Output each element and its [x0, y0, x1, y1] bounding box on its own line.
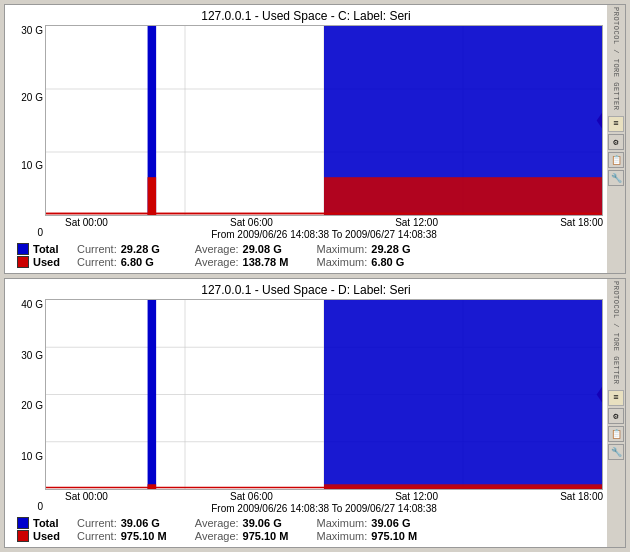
stat-current-val-total-d: 39.06 G [121, 517, 191, 529]
legend-col-d: Total Current: 39.06 G Average: 39.06 G … [17, 517, 441, 542]
toolbar-btn-c-4[interactable]: 🔧 [608, 170, 624, 186]
legend-row-d-total: Total Current: 39.06 G Average: 39.06 G … [17, 517, 441, 529]
stat-avg-val-used-c: 138.78 M [243, 256, 313, 268]
legend-box-total-d [17, 517, 29, 529]
y-zero-c: 0 [37, 227, 43, 238]
y-zero-d: 0 [37, 501, 43, 512]
toolbar-btn-c-2[interactable]: ⚙ [608, 134, 624, 150]
stat-current-val-used-c: 6.80 G [121, 256, 191, 268]
legend-box-total-c [17, 243, 29, 255]
y-mid-d: 30 G [21, 350, 43, 361]
graph-svg-c [46, 26, 602, 215]
main-container: 127.0.0.1 - Used Space - C: Label: Seri … [0, 0, 630, 552]
x-label-c-1: Sat 06:00 [230, 217, 273, 228]
stat-avg-val-total-c: 29.08 G [243, 243, 313, 255]
x-label-d-1: Sat 06:00 [230, 491, 273, 502]
x-label-c-0: Sat 00:00 [65, 217, 108, 228]
y-axis-c: 30 G 20 G 10 G 0 [9, 25, 45, 240]
chart-d-title: 127.0.0.1 - Used Space - D: Label: Seri [9, 283, 603, 297]
sidebar-toolbar-c: PROTOCOL / TORE GETTER ≡ ⚙ 📋 🔧 [607, 5, 625, 273]
legend-label-used-c: Used [33, 256, 73, 268]
svg-rect-19 [324, 300, 602, 489]
chart-d-graph-area: 40 G 30 G 20 G 10 G 0 [9, 299, 603, 514]
svg-rect-20 [148, 300, 157, 489]
chart-c-graph-area: 30 G 20 G 10 G 0 [9, 25, 603, 240]
legend-row-c-total: Total Current: 29.28 G Average: 29.08 G … [17, 243, 441, 255]
chart-area-d: 127.0.0.1 - Used Space - D: Label: Seri … [5, 279, 607, 547]
stat-avg-val-total-d: 39.06 G [243, 517, 313, 529]
legend-row-c-used: Used Current: 6.80 G Average: 138.78 M M… [17, 256, 441, 268]
graph-container-c [45, 25, 603, 216]
stat-max-label-total-d: Maximum: [317, 517, 368, 529]
y-axis-d: 40 G 30 G 20 G 10 G 0 [9, 299, 45, 514]
legend-c: Total Current: 29.28 G Average: 29.08 G … [9, 240, 603, 271]
toolbar-btn-d-1[interactable]: ≡ [608, 390, 624, 406]
chart-panel-c: 127.0.0.1 - Used Space - C: Label: Seri … [4, 4, 626, 274]
stat-avg-label-total-c: Average: [195, 243, 239, 255]
stat-max-val-total-d: 39.06 G [371, 517, 441, 529]
x-axis-d: Sat 00:00 Sat 06:00 Sat 12:00 Sat 18:00 [45, 490, 603, 502]
y-mid-c: 20 G [21, 92, 43, 103]
stat-current-label-used-c: Current: [77, 256, 117, 268]
stat-current-label-total-c: Current: [77, 243, 117, 255]
legend-label-total-c: Total [33, 243, 73, 255]
svg-rect-9 [148, 177, 157, 215]
stat-max-label-total-c: Maximum: [317, 243, 368, 255]
toolbar-btn-c-1[interactable]: ≡ [608, 116, 624, 132]
x-label-c-3: Sat 18:00 [560, 217, 603, 228]
legend-label-used-d: Used [33, 530, 73, 542]
x-axis-c: Sat 00:00 Sat 06:00 Sat 12:00 Sat 18:00 [45, 216, 603, 228]
sidebar-label-c: PROTOCOL / TORE GETTER [612, 7, 620, 110]
legend-row-d-used: Used Current: 975.10 M Average: 975.10 M… [17, 530, 441, 542]
stat-avg-label-total-d: Average: [195, 517, 239, 529]
y-low-c: 10 G [21, 160, 43, 171]
legend-col-c: Total Current: 29.28 G Average: 29.08 G … [17, 243, 441, 268]
stat-max-val-used-d: 975.10 M [371, 530, 441, 542]
stat-avg-label-used-d: Average: [195, 530, 239, 542]
toolbar-btn-d-2[interactable]: ⚙ [608, 408, 624, 424]
toolbar-btn-d-4[interactable]: 🔧 [608, 444, 624, 460]
chart-c-title: 127.0.0.1 - Used Space - C: Label: Seri [9, 9, 603, 23]
x-label-d-3: Sat 18:00 [560, 491, 603, 502]
legend-label-total-d: Total [33, 517, 73, 529]
toolbar-btn-c-3[interactable]: 📋 [608, 152, 624, 168]
y-low-d: 10 G [21, 451, 43, 462]
stat-max-val-total-c: 29.28 G [371, 243, 441, 255]
stat-current-label-used-d: Current: [77, 530, 117, 542]
y-max-d: 40 G [21, 299, 43, 310]
date-range-c: From 2009/06/26 14:08:38 To 2009/06/27 1… [45, 229, 603, 240]
stat-current-val-used-d: 975.10 M [121, 530, 191, 542]
legend-d: Total Current: 39.06 G Average: 39.06 G … [9, 514, 603, 545]
legend-box-used-d [17, 530, 29, 542]
sidebar-label-d: PROTOCOL / TORE GETTER [612, 281, 620, 384]
chart-panel-d: 127.0.0.1 - Used Space - D: Label: Seri … [4, 278, 626, 548]
stat-current-val-total-c: 29.28 G [121, 243, 191, 255]
stat-max-label-used-c: Maximum: [317, 256, 368, 268]
graph-svg-d [46, 300, 602, 489]
x-label-d-0: Sat 00:00 [65, 491, 108, 502]
toolbar-btn-d-3[interactable]: 📋 [608, 426, 624, 442]
x-label-c-2: Sat 12:00 [395, 217, 438, 228]
graph-container-d [45, 299, 603, 490]
legend-box-used-c [17, 256, 29, 268]
graph-plus-xaxis-d: Sat 00:00 Sat 06:00 Sat 12:00 Sat 18:00 … [45, 299, 603, 514]
sidebar-toolbar-d: PROTOCOL / TORE GETTER ≡ ⚙ 📋 🔧 [607, 279, 625, 547]
chart-area-c: 127.0.0.1 - Used Space - C: Label: Seri … [5, 5, 607, 273]
y-mid2-d: 20 G [21, 400, 43, 411]
graph-plus-xaxis-c: Sat 00:00 Sat 06:00 Sat 12:00 Sat 18:00 … [45, 25, 603, 240]
stat-avg-label-used-c: Average: [195, 256, 239, 268]
stat-max-label-used-d: Maximum: [317, 530, 368, 542]
y-max-c: 30 G [21, 25, 43, 36]
stat-max-val-used-c: 6.80 G [371, 256, 441, 268]
stat-avg-val-used-d: 975.10 M [243, 530, 313, 542]
date-range-d: From 2009/06/26 14:08:38 To 2009/06/27 1… [45, 503, 603, 514]
stat-current-label-total-d: Current: [77, 517, 117, 529]
x-label-d-2: Sat 12:00 [395, 491, 438, 502]
svg-rect-8 [324, 177, 602, 215]
